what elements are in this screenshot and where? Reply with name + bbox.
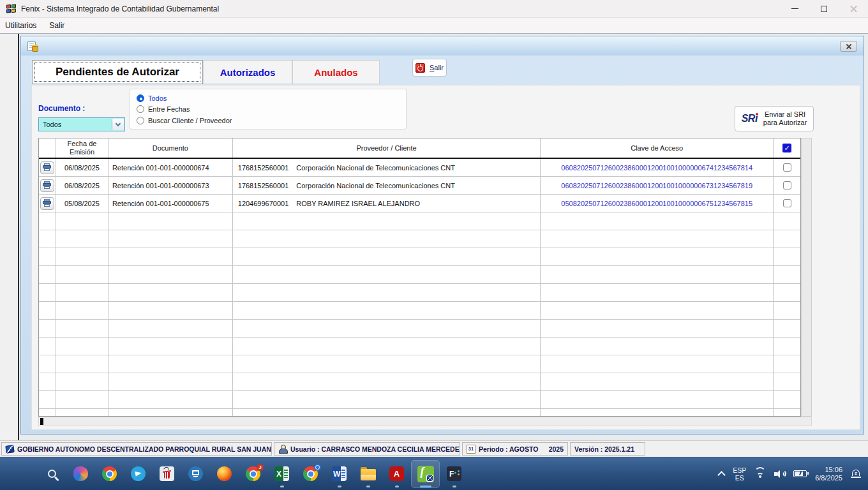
notification-bell-icon[interactable]: z [851, 469, 862, 479]
statusbar: GOBIERNO AUTONOMO DESCENTRALIZADO PARROQ… [0, 440, 868, 457]
taskbar-telegram[interactable] [124, 460, 153, 488]
wifi-icon[interactable] [754, 470, 766, 479]
entity-name: GOBIERNO AUTONOMO DESCENTRALIZADO PARROQ… [17, 445, 271, 453]
taskbar-uninstaller[interactable] [153, 460, 181, 488]
table-row[interactable]: 05/08/2025 Retención 001-001-000000675 1… [39, 195, 800, 212]
menu-salir[interactable]: Salir [43, 18, 71, 33]
tab-pendientes[interactable]: Pendientes de Autorizar [32, 60, 203, 84]
horizontal-scrollbar[interactable] [38, 417, 812, 426]
maximize-icon [821, 6, 827, 12]
taskbar-copilot[interactable] [66, 460, 95, 488]
taskbar-fe-app[interactable]: F [440, 460, 468, 488]
language-indicator[interactable]: ESPES [733, 466, 746, 482]
taskbar-word[interactable]: W [325, 460, 354, 488]
salir-button[interactable]: Salir [412, 59, 447, 77]
row-checkbox[interactable] [783, 181, 791, 189]
window-controls [780, 0, 868, 17]
table-empty-row [39, 284, 800, 302]
taskbar: J X W A f F ESPES 15:066/8/2025 z [0, 457, 868, 490]
running-indicator [280, 486, 284, 487]
radio-entre-fechas[interactable]: Entre Fechas [137, 104, 400, 115]
enviar-sri-button[interactable]: SRi Enviar al SRI para Autorizar [735, 106, 814, 131]
periodo-anio: 2025 [549, 445, 564, 453]
minimize-button[interactable] [780, 0, 809, 17]
cliente-nombre: Corporación Nacional de Telecomunicacion… [296, 182, 455, 189]
tab-anulados[interactable]: Anulados [292, 60, 380, 84]
statusbar-periodo: 31 Periodo : AGOSTO 2025 [462, 442, 568, 456]
radio-selected-icon[interactable] [137, 94, 144, 102]
vertical-scrollbar[interactable] [801, 138, 812, 417]
documento-dropdown[interactable]: Todos [38, 117, 125, 131]
tabstrip: Pendientes de Autorizar Autorizados Anul… [32, 60, 380, 84]
periodo-text: Periodo : AGOSTO [479, 445, 538, 453]
taskbar-excel[interactable]: X [267, 460, 296, 488]
filter-radio-group: Todos Entre Fechas Buscar Cliente / Prov… [130, 89, 407, 130]
chrome-devices-icon [303, 466, 318, 481]
table-empty-row [39, 302, 800, 320]
taskbar-firefox[interactable] [210, 460, 239, 488]
print-cell [39, 159, 56, 176]
menubar: Utilitarios Salir [0, 18, 868, 33]
radio-icon[interactable] [137, 117, 144, 124]
copilot-icon [73, 466, 88, 481]
chevron-down-icon [116, 121, 121, 126]
clock[interactable]: 15:066/8/2025 [815, 466, 842, 482]
firefox-icon [217, 466, 232, 481]
volume-icon[interactable] [774, 470, 785, 479]
taskbar-acrobat[interactable]: A [382, 460, 411, 488]
select-cell [774, 177, 800, 194]
menu-utilitarios[interactable]: Utilitarios [0, 18, 43, 33]
documento-label: Documento : [38, 104, 85, 113]
child-titlebar [21, 36, 864, 56]
chrome-profile-icon: J [246, 466, 260, 481]
close-button[interactable] [839, 0, 868, 17]
ruc: 1204699670001 [238, 200, 289, 207]
select-all-checkbox[interactable]: ✓ [782, 144, 791, 152]
fecha-cell: 05/08/2025 [56, 195, 108, 212]
child-close-button[interactable] [840, 41, 857, 52]
print-button[interactable] [40, 197, 54, 210]
radio-buscar-cliente[interactable]: Buscar Cliente / Proveedor [137, 115, 400, 126]
calendar-icon: 31 [467, 445, 475, 454]
documento-cell: Retención 001-001-000000675 [108, 195, 233, 212]
user-icon [278, 445, 287, 454]
table-row[interactable]: 06/08/2025 Retención 001-001-000000674 1… [39, 159, 800, 177]
taskbar-chrome-profile[interactable]: J [239, 460, 267, 488]
table-row[interactable]: 06/08/2025 Retención 001-001-000000673 1… [39, 177, 800, 195]
salir-button-label: Salir [430, 64, 444, 71]
tray-chevron-up-icon[interactable] [717, 471, 726, 479]
print-button[interactable] [40, 161, 54, 174]
taskbar-search[interactable] [38, 460, 66, 488]
battery-icon[interactable] [793, 470, 807, 477]
documents-table: Fecha deEmisión Documento Proveedor / Cl… [38, 138, 801, 417]
dropdown-button[interactable] [112, 119, 124, 130]
tab-autorizados[interactable]: Autorizados [203, 60, 292, 84]
radio-icon[interactable] [137, 105, 144, 113]
taskbar-chrome-devices[interactable] [296, 460, 325, 488]
taskbar-file-explorer[interactable] [354, 460, 382, 488]
statusbar-usuario: Usuario : CARRASCO MENDOZA CECILIA MERCE… [274, 442, 460, 456]
scroll-caret [40, 418, 43, 425]
radio-todos-label: Todos [148, 94, 167, 102]
taskbar-remote-desktop[interactable] [181, 460, 210, 488]
taskbar-fenix-active[interactable]: f [411, 460, 440, 488]
tray-date: 6/8/2025 [815, 474, 842, 482]
select-cell [774, 195, 800, 212]
table-empty-row [39, 320, 800, 338]
search-icon [45, 467, 59, 481]
running-indicator [338, 486, 341, 487]
table-header: Fecha deEmisión Documento Proveedor / Cl… [39, 138, 800, 159]
taskbar-start[interactable] [9, 460, 38, 488]
row-checkbox[interactable] [783, 199, 791, 207]
child-window: Pendientes de Autorizar Autorizados Anul… [20, 36, 864, 434]
statusbar-version: Versión : 2025.1.21 [570, 442, 645, 456]
taskbar-chrome[interactable] [95, 460, 124, 488]
table-empty-row [39, 266, 800, 284]
proveedor-cell: 1768152560001 Corporación Nacional de Te… [233, 159, 541, 176]
select-cell [774, 159, 800, 176]
maximize-button[interactable] [809, 0, 839, 17]
radio-todos[interactable]: Todos [137, 93, 400, 103]
print-button[interactable] [40, 179, 54, 192]
row-checkbox[interactable] [783, 163, 791, 172]
uninstaller-trash-icon [160, 466, 174, 481]
